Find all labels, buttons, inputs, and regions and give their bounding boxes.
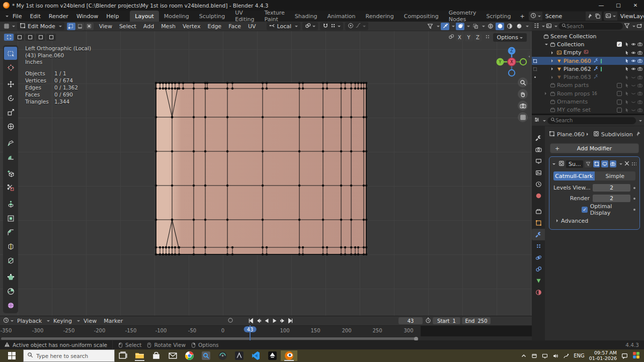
editor-type-icon[interactable]: [3, 317, 9, 325]
next-keyframe-button[interactable]: [279, 317, 286, 324]
tool-select-box[interactable]: [4, 47, 17, 60]
properties-tab-tool[interactable]: [532, 132, 545, 144]
scene-name[interactable]: Scene: [542, 12, 586, 21]
menu-window[interactable]: Window: [72, 11, 102, 22]
visibility-filter-icon[interactable]: [426, 23, 434, 30]
properties-tab-modifiers[interactable]: [532, 229, 545, 240]
pointer-icon[interactable]: [624, 91, 629, 96]
shading-rendered-icon[interactable]: [515, 23, 523, 30]
show-in-editmode-toggle[interactable]: [593, 160, 600, 167]
snap-base-icon[interactable]: [485, 34, 491, 41]
outliner-search[interactable]: [558, 23, 623, 30]
viewlayer-selector[interactable]: ViewLayer: [604, 12, 644, 21]
previous-keyframe-button[interactable]: [255, 317, 262, 324]
eye-icon[interactable]: [631, 42, 636, 47]
play-button[interactable]: [271, 317, 278, 324]
exclude-checkbox[interactable]: [617, 100, 622, 105]
tool-knife-project[interactable]: [4, 254, 17, 267]
taskbar-app-file-explorer[interactable]: [131, 350, 148, 361]
outliner-row-my-coffe-set[interactable]: MY coffe set: [532, 106, 644, 114]
viewport-menu-add[interactable]: Add: [140, 21, 157, 32]
taskbar-app-microsoft-store[interactable]: [148, 350, 165, 361]
timeline-menu-keying[interactable]: Keying: [50, 316, 75, 325]
taskbar-clock[interactable]: 09:57 AM01-01-2026: [589, 350, 617, 361]
camera-icon[interactable]: [637, 50, 642, 55]
camera-icon[interactable]: [637, 42, 642, 47]
taskbar-app-chrome[interactable]: [181, 350, 198, 361]
overlays-icon[interactable]: [456, 23, 464, 30]
tray-volume-icon[interactable]: [552, 353, 558, 359]
pointer-icon[interactable]: [624, 66, 629, 71]
tool-add-cube[interactable]: [4, 167, 17, 180]
mode-dropdown[interactable]: Edit Mode: [17, 22, 64, 30]
outliner-row-room-parts[interactable]: Room parts: [532, 81, 644, 89]
tool-loop-cut[interactable]: [4, 240, 17, 253]
eye-icon[interactable]: [631, 66, 636, 71]
exclude-checkbox[interactable]: [617, 108, 622, 113]
add-workspace-button[interactable]: +: [516, 11, 528, 22]
properties-tab-view-layer[interactable]: [532, 167, 545, 178]
pointer-icon[interactable]: [624, 50, 629, 55]
menu-file[interactable]: File: [9, 11, 26, 22]
properties-tab-material[interactable]: [532, 287, 545, 298]
delete-modifier-icon[interactable]: [624, 160, 630, 168]
outliner-row-plane-063[interactable]: Plane.063: [532, 73, 644, 81]
wrench-icon[interactable]: [594, 66, 599, 72]
viewport-menu-select[interactable]: Select: [116, 21, 140, 32]
outliner-row-room-props[interactable]: Room props16: [532, 89, 644, 98]
workspace-tab-modeling[interactable]: Modeling: [159, 11, 194, 22]
timeline-ruler[interactable]: -350-300-250-200-150-100-500100150200250…: [0, 325, 532, 336]
workspace-tab-geometry-nodes[interactable]: Geometry Nodes: [444, 11, 481, 22]
properties-tab-collection[interactable]: [532, 206, 545, 217]
eye-closed-icon[interactable]: [631, 75, 636, 80]
select-mode-set-button[interactable]: [4, 34, 14, 41]
optimal-display-checkbox[interactable]: ✓: [582, 207, 588, 213]
outliner-row-ornaments[interactable]: Ornaments: [532, 98, 644, 106]
outliner-row-plane-062[interactable]: Plane.062: [532, 65, 644, 73]
current-frame-field[interactable]: 43: [398, 317, 423, 324]
collapse-panel-icon[interactable]: [552, 163, 555, 166]
breadcrumb-modifier[interactable]: Subdivision: [601, 131, 633, 138]
tool-measure[interactable]: [4, 150, 17, 163]
properties-tab-object-data[interactable]: [532, 275, 545, 287]
filter-icon[interactable]: [624, 23, 630, 30]
camera-icon[interactable]: [637, 58, 642, 63]
options-dropdown[interactable]: Options: [493, 33, 527, 42]
camera-icon[interactable]: [637, 91, 642, 96]
camera-icon[interactable]: [637, 83, 642, 88]
workspace-tab-scripting[interactable]: Scripting: [481, 11, 516, 22]
subdivision-type-simple[interactable]: Simple: [595, 171, 636, 180]
workspace-tab-texture-paint[interactable]: Texture Paint: [260, 11, 290, 22]
select-mode-intersect-button[interactable]: [46, 34, 56, 41]
pin-icon[interactable]: [635, 131, 641, 138]
properties-tab-object[interactable]: [532, 217, 545, 229]
eye-closed-icon[interactable]: [631, 91, 636, 96]
taskbar-app-search-app[interactable]: [198, 350, 214, 361]
taskbar-app-vscode[interactable]: [248, 350, 264, 361]
new-collection-icon[interactable]: [636, 23, 642, 30]
tray-network-icon[interactable]: [542, 353, 548, 359]
property-value-field[interactable]: 2: [593, 195, 630, 202]
mirror-axis-y-button[interactable]: Y: [465, 34, 473, 41]
outliner-row-plane-060[interactable]: Plane.060: [532, 57, 644, 65]
snap-dropdown[interactable]: [320, 22, 343, 30]
language-indicator[interactable]: ENG: [574, 353, 585, 358]
drag-handle-icon[interactable]: [631, 162, 636, 166]
viewport-menu-view[interactable]: View: [96, 21, 116, 32]
tool-bevel[interactable]: [4, 226, 17, 239]
pointer-icon[interactable]: [624, 100, 629, 105]
minimize-button[interactable]: ―: [593, 0, 610, 11]
modifier-extras-icon[interactable]: [619, 163, 622, 166]
properties-tab-particles[interactable]: [532, 240, 545, 252]
viewport-menu-mesh[interactable]: Mesh: [157, 21, 179, 32]
timeline-menu-view[interactable]: View: [80, 316, 100, 325]
wrench-icon[interactable]: [594, 74, 599, 80]
editor-type-icon[interactable]: [2, 23, 11, 30]
add-modifier-button[interactable]: +Add Modifier: [550, 143, 639, 153]
tool-spin[interactable]: [4, 285, 17, 298]
property-value-field[interactable]: 2: [593, 184, 630, 192]
tool-move[interactable]: [4, 77, 17, 90]
camera-icon[interactable]: [637, 100, 642, 105]
workspace-tab-animation[interactable]: Animation: [322, 11, 360, 22]
tool-rotate[interactable]: [4, 92, 17, 105]
